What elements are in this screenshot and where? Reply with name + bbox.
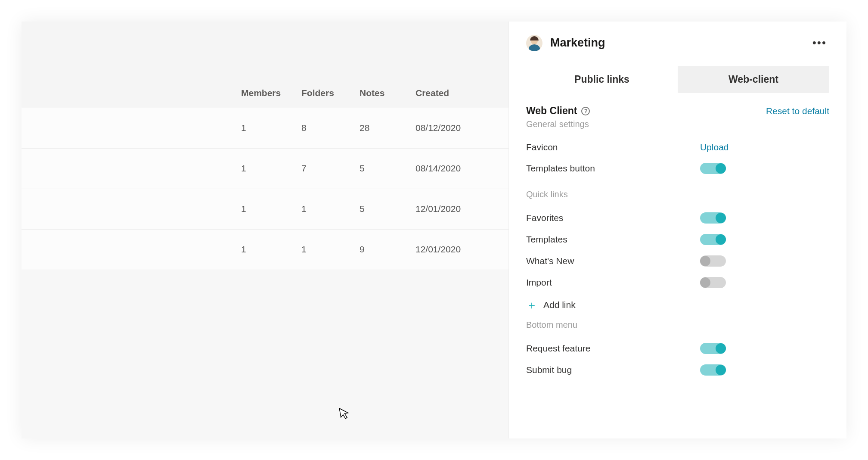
mouse-cursor-icon (339, 406, 351, 423)
whats-new-label: What's New (526, 256, 700, 266)
table-header-folders[interactable]: Folders (293, 22, 351, 108)
templates-label: Templates (526, 234, 700, 245)
workspaces-table: Members Folders Notes Created 1 8 28 08/… (22, 22, 508, 270)
help-icon[interactable]: ? (581, 107, 590, 115)
cell-folders: 7 (293, 148, 351, 189)
cell-blank (22, 229, 232, 270)
section-title-text: Web Client (526, 105, 577, 117)
setting-favorites: Favorites (526, 207, 829, 229)
main-table-area: Members Folders Notes Created 1 8 28 08/… (22, 22, 508, 438)
submit-bug-toggle[interactable] (700, 364, 726, 376)
avatar (526, 35, 542, 51)
cell-created: 08/12/2020 (407, 108, 508, 148)
add-link-label: Add link (543, 300, 576, 310)
import-label: Import (526, 277, 700, 288)
setting-favicon: Favicon Upload (526, 137, 829, 158)
cell-folders: 8 (293, 108, 351, 148)
plus-icon: ＋ (526, 299, 537, 311)
cell-folders: 1 (293, 189, 351, 229)
favorites-label: Favorites (526, 213, 700, 223)
favorites-toggle[interactable] (700, 212, 726, 224)
cell-members: 1 (232, 229, 293, 270)
templates-button-label: Templates button (526, 163, 700, 174)
setting-request-feature: Request feature (526, 338, 829, 359)
add-link-button[interactable]: ＋ Add link (526, 293, 829, 320)
section-header: Web Client ? Reset to default (526, 105, 829, 117)
table-row[interactable]: 1 7 5 08/14/2020 (22, 148, 508, 189)
templates-toggle[interactable] (700, 234, 726, 245)
setting-templates: Templates (526, 229, 829, 250)
cell-blank (22, 189, 232, 229)
favicon-label: Favicon (526, 142, 700, 152)
panel-tabs: Public links Web-client (526, 66, 829, 93)
table-header-row: Members Folders Notes Created (22, 22, 508, 108)
setting-templates-button: Templates button (526, 158, 829, 179)
cell-created: 12/01/2020 (407, 229, 508, 270)
cell-notes: 28 (351, 108, 407, 148)
request-feature-toggle[interactable] (700, 343, 726, 354)
more-icon[interactable]: ••• (810, 34, 829, 52)
table-header-blank (22, 22, 232, 108)
bottom-menu-label: Bottom menu (526, 320, 829, 330)
tab-web-client[interactable]: Web-client (678, 66, 829, 93)
import-toggle[interactable] (700, 277, 726, 288)
cell-blank (22, 148, 232, 189)
whats-new-toggle[interactable] (700, 255, 726, 267)
cell-created: 12/01/2020 (407, 189, 508, 229)
panel-header: Marketing ••• (526, 34, 829, 52)
cell-created: 08/14/2020 (407, 148, 508, 189)
setting-import: Import (526, 272, 829, 293)
quick-links-label: Quick links (526, 190, 829, 199)
general-settings-label: General settings (526, 119, 829, 129)
templates-button-toggle[interactable] (700, 163, 726, 174)
cell-blank (22, 108, 232, 148)
cell-notes: 5 (351, 148, 407, 189)
cell-members: 1 (232, 108, 293, 148)
table-header-notes[interactable]: Notes (351, 22, 407, 108)
tab-public-links[interactable]: Public links (526, 66, 678, 93)
request-feature-label: Request feature (526, 343, 700, 354)
favicon-upload-link[interactable]: Upload (700, 142, 729, 152)
table-body: 1 8 28 08/12/2020 1 7 5 08/14/2020 (22, 108, 508, 270)
panel-title: Marketing (550, 36, 605, 50)
cell-notes: 9 (351, 229, 407, 270)
table-row[interactable]: 1 1 5 12/01/2020 (22, 189, 508, 229)
table-header-members[interactable]: Members (232, 22, 293, 108)
table-header-created[interactable]: Created (407, 22, 508, 108)
cell-notes: 5 (351, 189, 407, 229)
table-row[interactable]: 1 8 28 08/12/2020 (22, 108, 508, 148)
submit-bug-label: Submit bug (526, 365, 700, 375)
setting-whats-new: What's New (526, 250, 829, 272)
cell-folders: 1 (293, 229, 351, 270)
table-row[interactable]: 1 1 9 12/01/2020 (22, 229, 508, 270)
reset-to-default-link[interactable]: Reset to default (766, 106, 829, 116)
section-title: Web Client ? (526, 105, 590, 117)
setting-submit-bug: Submit bug (526, 359, 829, 381)
cell-members: 1 (232, 148, 293, 189)
details-panel: Marketing ••• Public links Web-client We… (508, 22, 846, 438)
cell-members: 1 (232, 189, 293, 229)
